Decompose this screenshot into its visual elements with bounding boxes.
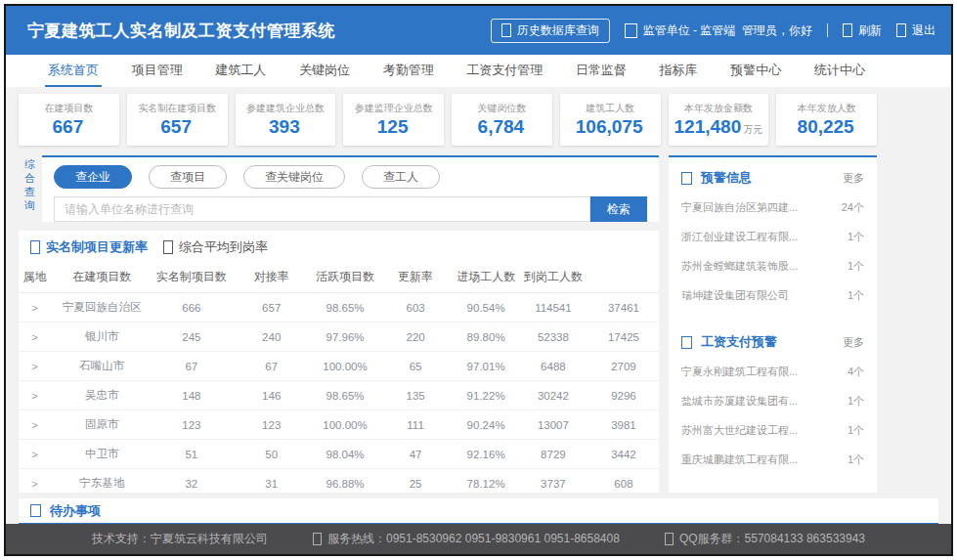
table-section-tab[interactable]: 实名制项目更新率 — [30, 238, 148, 256]
table-section-tab-label: 综合平均到岗率 — [179, 238, 268, 256]
expand-row-icon[interactable] — [19, 449, 51, 460]
expand-row-icon[interactable] — [19, 390, 51, 402]
phone-icon — [313, 533, 322, 545]
cell-active-projects: 220 — [377, 331, 455, 343]
monitor-icon — [625, 23, 637, 38]
cell-active-projects: 135 — [377, 390, 455, 402]
table-row: 中卫市 51 50 98.04% 47 92.16% 8729 3442 — [19, 440, 659, 469]
table-section-tab[interactable]: 综合平均到岗率 — [163, 238, 268, 256]
todo-icon — [30, 504, 41, 517]
search-button[interactable]: 检索 — [590, 196, 647, 222]
wage-alert-company[interactable]: 重庆城鹏建筑工程有限... — [681, 452, 798, 467]
nav-tab[interactable]: 系统首页 — [45, 55, 102, 87]
stat-label: 参建监理企业总数 — [343, 102, 444, 115]
search-type-pill[interactable]: 查企业 — [54, 165, 132, 189]
expand-row-icon[interactable] — [19, 302, 51, 314]
nav-tab[interactable]: 指标库 — [657, 55, 701, 87]
stat-number: 125 — [377, 116, 409, 137]
cell-connect-rate: 96.88% — [313, 478, 377, 490]
nav-tab[interactable]: 工资支付管理 — [463, 55, 545, 87]
stat-number: 393 — [269, 116, 300, 137]
user-greeting-label: 监管单位 - 监管端 管理员，你好 — [643, 22, 812, 39]
app-header: 宁夏建筑工人实名制及工资支付管理系统 历史数据库查询 监管单位 - 监管端 管理… — [6, 6, 951, 55]
main-row: 综合查询 查企业查项目查关键岗位查工人 检索 — [19, 155, 877, 493]
todo-panel: 待办事项 — [19, 498, 938, 524]
cell-entered-workers: 114541 — [518, 302, 588, 314]
wage-alerts-more-link[interactable]: 更多 — [843, 335, 864, 350]
table-row: 吴忠市 148 146 98.65% 135 91.22% 30242 9296 — [19, 381, 659, 410]
search-type-pill[interactable]: 查项目 — [149, 165, 227, 189]
history-db-query-button[interactable]: 历史数据库查询 — [491, 19, 610, 43]
cell-region: 吴忠市 — [51, 388, 153, 403]
cell-realname-projects: 50 — [230, 449, 313, 460]
nav-tab[interactable]: 统计中心 — [811, 55, 868, 87]
cell-region: 银川市 — [51, 329, 153, 344]
table-section-tab-label: 实名制项目更新率 — [46, 238, 148, 256]
stat-value: 125 — [377, 116, 411, 137]
cell-realname-projects: 123 — [230, 419, 313, 431]
logout-label: 退出 — [912, 22, 935, 39]
cell-realname-projects: 657 — [230, 302, 313, 314]
wage-alert-company[interactable]: 盐城市苏厦建设集团有... — [681, 394, 798, 409]
wage-alerts-title-wrap: 工资支付预警 — [681, 333, 777, 351]
project-table-panel: 实名制项目更新率 综合平均到岗率 属地在建项目数实名制项目数对接率活跃项目数更新… — [19, 231, 659, 493]
cell-update-rate: 90.54% — [454, 302, 518, 314]
expand-row-icon[interactable] — [19, 361, 51, 372]
nav-tab[interactable]: 日常监督 — [573, 55, 630, 87]
alerts-header: 预警信息 更多 — [681, 169, 864, 187]
wage-alert-item: 宁夏永刚建筑工程有限... 4个 — [681, 357, 864, 386]
stat-label: 参建建筑企业总数 — [236, 102, 336, 115]
cell-update-rate: 91.22% — [454, 390, 518, 402]
table-header-cell: 进场工人数 — [454, 269, 518, 285]
table-body: 宁夏回族自治区 666 657 98.65% 603 90.54% 114541… — [19, 293, 659, 493]
nav-tab[interactable]: 预警中心 — [727, 55, 784, 87]
alert-company[interactable]: 瑞坤建设集团有限公司 — [681, 288, 789, 303]
right-column: 预警信息 更多 宁夏回族自治区第四建... 24个 浙江创业建设工程有限... … — [669, 155, 877, 493]
alert-item: 瑞坤建设集团有限公司 1个 — [681, 280, 864, 310]
search-input[interactable] — [54, 196, 590, 222]
alert-count: 1个 — [848, 259, 864, 274]
cell-onduty-workers: 2709 — [588, 361, 659, 372]
cell-connect-rate: 97.96% — [313, 331, 377, 343]
combined-search: 综合查询 查企业查项目查关键岗位查工人 检索 — [19, 155, 659, 222]
cell-realname-projects: 67 — [230, 361, 313, 372]
stat-number: 667 — [53, 116, 84, 137]
search-type-pill[interactable]: 查关键岗位 — [243, 165, 345, 189]
nav-tab[interactable]: 建筑工人 — [212, 55, 269, 87]
alerts-more-link[interactable]: 更多 — [843, 171, 864, 186]
stat-card: 本年发放金额数 121,480万元 — [669, 94, 769, 146]
nav-tab[interactable]: 考勤管理 — [380, 55, 437, 87]
wage-alert-count: 1个 — [848, 423, 864, 438]
expand-row-icon[interactable] — [19, 419, 51, 431]
nav-tab[interactable]: 项目管理 — [129, 55, 186, 87]
stat-value: 667 — [53, 116, 86, 137]
cell-region: 中卫市 — [51, 447, 153, 461]
table-header-cell: 对接率 — [230, 269, 313, 285]
alerts-section: 预警信息 更多 宁夏回族自治区第四建... 24个 浙江创业建设工程有限... … — [681, 169, 864, 310]
cell-active-projects: 65 — [377, 361, 455, 372]
alert-company[interactable]: 宁夏回族自治区第四建... — [681, 200, 798, 215]
stat-number: 121,480 — [674, 116, 742, 137]
alert-company[interactable]: 浙江创业建设工程有限... — [681, 230, 798, 244]
alert-company[interactable]: 苏州金螳螂建筑装饰股... — [681, 259, 798, 274]
section-icon — [30, 240, 40, 254]
nav-tab[interactable]: 关键岗位 — [296, 55, 353, 87]
cell-projects: 67 — [153, 361, 231, 372]
search-type-pill[interactable]: 查工人 — [362, 165, 440, 189]
stat-label: 建筑工人数 — [560, 102, 661, 115]
wage-alert-company[interactable]: 宁夏永刚建筑工程有限... — [681, 365, 798, 379]
wage-alert-item: 苏州富大世纪建设工程... 1个 — [681, 415, 864, 445]
cell-projects: 666 — [153, 302, 231, 314]
expand-row-icon[interactable] — [19, 478, 51, 490]
refresh-button[interactable]: 刷新 — [843, 22, 882, 39]
app-window: 宁夏建筑工人实名制及工资支付管理系统 历史数据库查询 监管单位 - 监管端 管理… — [4, 4, 953, 556]
footer-qq: QQ服务群：557084133 863533943 — [679, 531, 865, 547]
cell-entered-workers: 52338 — [518, 331, 588, 343]
wage-alert-company[interactable]: 苏州富大世纪建设工程... — [681, 423, 798, 438]
cell-update-rate: 90.24% — [454, 419, 518, 431]
search-panel: 查企业查项目查关键岗位查工人 检索 — [42, 155, 659, 222]
logout-button[interactable]: 退出 — [896, 22, 935, 39]
stat-label: 本年发放人数 — [776, 102, 877, 115]
expand-row-icon[interactable] — [19, 331, 51, 343]
cell-region: 固原市 — [51, 417, 153, 432]
